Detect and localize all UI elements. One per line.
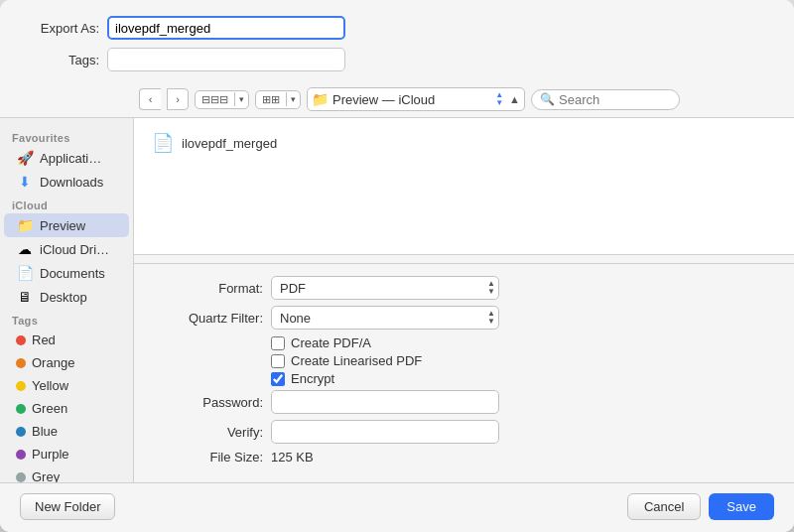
back-button[interactable]: ‹ bbox=[139, 88, 161, 110]
tag-dot-purple bbox=[16, 450, 26, 460]
save-button[interactable]: Save bbox=[709, 493, 774, 520]
sidebar-item-label-downloads: Downloads bbox=[40, 175, 103, 190]
forward-button[interactable]: › bbox=[167, 88, 189, 110]
create-linearised-label[interactable]: Create Linearised PDF bbox=[291, 353, 422, 368]
new-folder-button[interactable]: New Folder bbox=[20, 493, 115, 520]
sidebar-item-label-grey: Grey bbox=[32, 469, 60, 482]
quartz-select[interactable]: None Color Sync bbox=[271, 306, 499, 330]
verify-label: Verify: bbox=[154, 425, 263, 440]
tag-dot-orange bbox=[16, 358, 26, 368]
sidebar-item-desktop[interactable]: 🖥 Desktop bbox=[4, 285, 129, 309]
tags-row: Tags: bbox=[20, 48, 774, 71]
tag-dot-red bbox=[16, 335, 26, 345]
bottom-form: Format: PDF JPEG PNG TIFF ▲ ▼ bbox=[134, 263, 794, 482]
sidebar-item-documents[interactable]: 📄 Documents bbox=[4, 261, 129, 285]
grid-dropdown-arrow: ▾ bbox=[286, 92, 300, 106]
desktop-icon: 🖥 bbox=[16, 289, 34, 305]
columns-dropdown-arrow: ▾ bbox=[234, 92, 248, 106]
sidebar-item-preview[interactable]: 📁 Preview bbox=[4, 213, 129, 237]
password-input[interactable] bbox=[271, 390, 499, 414]
sidebar-item-tag-orange[interactable]: Orange bbox=[4, 351, 129, 374]
sidebar-item-label-icloud-drive: iCloud Dri… bbox=[40, 242, 109, 257]
filesize-value: 125 KB bbox=[271, 450, 314, 465]
sidebar-item-tag-yellow[interactable]: Yellow bbox=[4, 374, 129, 397]
sidebar-item-tag-blue[interactable]: Blue bbox=[4, 420, 129, 443]
export-as-row: Export As: bbox=[20, 16, 774, 40]
filesize-label: File Size: bbox=[154, 450, 263, 465]
sidebar-item-applications[interactable]: 🚀 Applicati… bbox=[4, 146, 129, 170]
verify-row: Verify: bbox=[154, 420, 774, 444]
sidebar-item-label-applications: Applicati… bbox=[40, 151, 101, 166]
sidebar-item-tag-purple[interactable]: Purple bbox=[4, 443, 129, 466]
main-content: Favourites 🚀 Applicati… ⬇ Downloads iClo… bbox=[0, 118, 794, 482]
sidebar-item-tag-green[interactable]: Green bbox=[4, 397, 129, 420]
create-pdfa-row: Create PDF/A bbox=[271, 335, 774, 350]
sidebar-item-label-blue: Blue bbox=[32, 424, 58, 439]
create-linearised-checkbox[interactable] bbox=[271, 354, 285, 368]
sidebar-item-icloud-drive[interactable]: ☁ iCloud Dri… bbox=[4, 237, 129, 261]
view-columns-button[interactable]: ⊟⊟⊟ ▾ bbox=[195, 90, 249, 109]
tag-dot-blue bbox=[16, 427, 26, 437]
location-expand-button[interactable]: ▲ bbox=[509, 93, 520, 105]
export-as-label: Export As: bbox=[20, 21, 99, 36]
right-panel: 📄 ilovepdf_merged Format: PDF JPEG PNG T… bbox=[134, 118, 794, 482]
quartz-label: Quartz Filter: bbox=[154, 311, 263, 326]
location-down-arrow: ▼ bbox=[495, 99, 503, 107]
create-pdfa-checkbox[interactable] bbox=[271, 336, 285, 350]
sidebar-item-tag-grey[interactable]: Grey bbox=[4, 466, 129, 482]
sidebar-item-tag-red[interactable]: Red bbox=[4, 329, 129, 351]
tag-dot-green bbox=[16, 404, 26, 414]
sidebar-item-label-yellow: Yellow bbox=[32, 378, 68, 393]
checkboxes-section: Create PDF/A Create Linearised PDF Encry… bbox=[271, 335, 774, 386]
format-select-wrap: PDF JPEG PNG TIFF ▲ ▼ bbox=[271, 276, 499, 300]
location-folder-icon: 📁 bbox=[312, 91, 329, 107]
preview-folder-icon: 📁 bbox=[16, 217, 34, 233]
tags-section-label: Tags bbox=[0, 309, 133, 329]
tag-dot-yellow bbox=[16, 381, 26, 391]
create-linearised-row: Create Linearised PDF bbox=[271, 353, 774, 368]
format-label: Format: bbox=[154, 281, 263, 296]
sidebar: Favourites 🚀 Applicati… ⬇ Downloads iClo… bbox=[0, 118, 134, 482]
tags-input[interactable] bbox=[107, 48, 345, 71]
top-section: Export As: Tags: bbox=[0, 0, 794, 81]
cancel-button[interactable]: Cancel bbox=[627, 493, 701, 520]
action-buttons: Cancel Save bbox=[627, 493, 774, 520]
toolbar-row: ‹ › ⊟⊟⊟ ▾ ⊞⊞ ▾ 📁 Preview — iCloud ▲ ▼ ▲ … bbox=[0, 81, 794, 118]
sidebar-item-label-red: Red bbox=[32, 332, 56, 347]
sidebar-item-downloads[interactable]: ⬇ Downloads bbox=[4, 170, 129, 194]
sidebar-item-label-preview: Preview bbox=[40, 218, 85, 233]
location-bar[interactable]: 📁 Preview — iCloud ▲ ▼ ▲ bbox=[307, 87, 525, 111]
format-select[interactable]: PDF JPEG PNG TIFF bbox=[271, 276, 499, 300]
format-row: Format: PDF JPEG PNG TIFF ▲ ▼ bbox=[154, 276, 774, 300]
encrypt-checkbox[interactable] bbox=[271, 372, 285, 386]
applications-icon: 🚀 bbox=[16, 150, 34, 166]
sidebar-item-label-green: Green bbox=[32, 401, 67, 416]
tags-label: Tags: bbox=[20, 53, 99, 67]
quartz-row: Quartz Filter: None Color Sync ▲ ▼ bbox=[154, 306, 774, 330]
encrypt-label[interactable]: Encrypt bbox=[291, 371, 334, 386]
search-icon: 🔍 bbox=[540, 92, 555, 106]
sidebar-item-label-purple: Purple bbox=[32, 447, 69, 462]
favourites-section-label: Favourites bbox=[0, 126, 133, 146]
columns-icon: ⊟⊟⊟ bbox=[196, 91, 234, 108]
create-pdfa-label[interactable]: Create PDF/A bbox=[291, 335, 371, 350]
quartz-select-wrap: None Color Sync ▲ ▼ bbox=[271, 306, 499, 330]
file-area: 📄 ilovepdf_merged bbox=[134, 118, 794, 254]
file-item[interactable]: 📄 ilovepdf_merged bbox=[144, 128, 784, 158]
search-input[interactable] bbox=[559, 92, 658, 107]
sidebar-item-label-documents: Documents bbox=[40, 266, 105, 281]
file-name: ilovepdf_merged bbox=[182, 136, 277, 151]
export-as-input[interactable] bbox=[107, 16, 345, 40]
sidebar-item-label-desktop: Desktop bbox=[40, 290, 87, 305]
downloads-icon: ⬇ bbox=[16, 174, 34, 190]
view-grid-button[interactable]: ⊞⊞ ▾ bbox=[255, 90, 301, 109]
save-dialog: Export As: Tags: ‹ › ⊟⊟⊟ ▾ ⊞⊞ ▾ 📁 Previe… bbox=[0, 0, 794, 532]
grid-icon: ⊞⊞ bbox=[256, 91, 286, 108]
icloud-drive-icon: ☁ bbox=[16, 241, 34, 257]
documents-icon: 📄 bbox=[16, 265, 34, 281]
tag-dot-grey bbox=[16, 472, 26, 482]
location-stepper[interactable]: ▲ ▼ bbox=[495, 91, 503, 107]
sidebar-item-label-orange: Orange bbox=[32, 355, 74, 370]
verify-input[interactable] bbox=[271, 420, 499, 444]
search-box: 🔍 bbox=[531, 89, 680, 110]
